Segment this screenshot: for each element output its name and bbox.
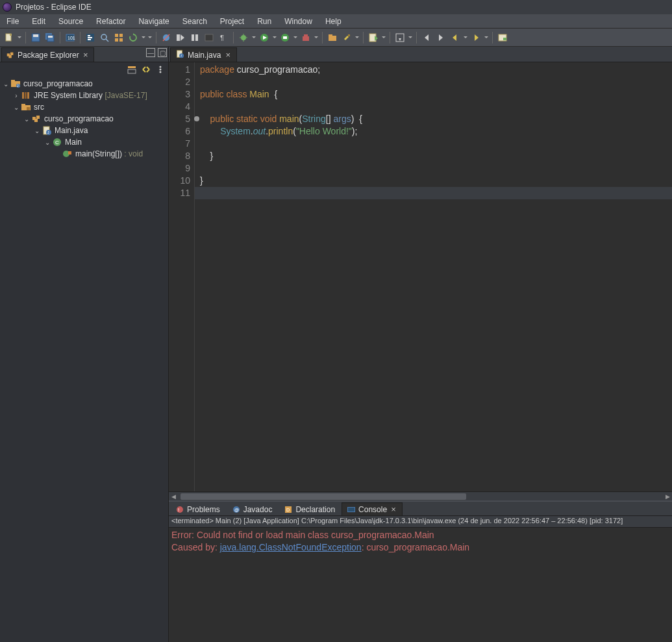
coverage-button[interactable] xyxy=(279,31,292,44)
class-icon: C xyxy=(52,137,62,147)
svg-rect-38 xyxy=(304,34,308,36)
menu-help[interactable]: Help xyxy=(319,16,348,27)
project-tree[interactable]: ⌄ J curso_programacao › JRE System Libra… xyxy=(0,77,168,642)
package-explorer-icon xyxy=(6,51,15,60)
tab-console[interactable]: Console xyxy=(342,502,403,515)
toggle-block-select-button[interactable] xyxy=(84,31,97,44)
menu-window[interactable]: Window xyxy=(278,16,319,27)
refresh-dropdown[interactable] xyxy=(141,34,146,40)
menu-edit[interactable]: Edit xyxy=(25,16,52,27)
search-dropdown[interactable] xyxy=(408,34,413,40)
link-editor-icon[interactable] xyxy=(141,64,151,75)
svg-line-14 xyxy=(106,39,108,42)
svg-rect-55 xyxy=(128,66,136,68)
stop-console-button[interactable] xyxy=(203,31,216,44)
pin-editor-button[interactable] xyxy=(496,31,509,44)
run-dropdown[interactable] xyxy=(272,34,277,40)
tree-jre[interactable]: › JRE System Library [JavaSE-17] xyxy=(0,90,168,101)
show-whitespace-button[interactable]: ¶ xyxy=(217,31,230,44)
aux-dropdown[interactable] xyxy=(147,34,153,40)
next-edit-button[interactable] xyxy=(434,31,447,44)
java-file-icon: J xyxy=(42,125,52,136)
menu-refactor[interactable]: Refactor xyxy=(90,16,132,27)
eclipse-logo-icon xyxy=(3,3,12,12)
refresh-button[interactable] xyxy=(127,31,140,44)
svg-rect-69 xyxy=(27,107,30,110)
svg-rect-18 xyxy=(119,38,123,42)
toggle-marks-button[interactable] xyxy=(112,31,125,44)
svg-text:¶: ¶ xyxy=(220,34,224,42)
skip-breakpoints-button[interactable] xyxy=(160,31,173,44)
search-button[interactable] xyxy=(393,31,406,44)
tab-problems[interactable]: ! Problems xyxy=(170,502,225,515)
line-gutter: 1234 5 67891011 xyxy=(169,62,195,491)
editor-tab-label: Main.java xyxy=(188,51,221,60)
save-all-button[interactable] xyxy=(44,31,56,44)
console-output[interactable]: Error: Could not find or load main class… xyxy=(169,528,672,642)
code-editor[interactable]: 1234 5 67891011 package curso_programaca… xyxy=(169,62,672,491)
external-tools-button[interactable] xyxy=(299,31,312,44)
zoom-button[interactable] xyxy=(98,31,111,44)
open-type-dropdown[interactable] xyxy=(381,34,386,40)
editor-scrollbar[interactable]: ◀ ▶ xyxy=(169,491,672,500)
scroll-thumb[interactable] xyxy=(180,493,466,500)
svg-rect-64 xyxy=(22,92,24,99)
back-button[interactable] xyxy=(449,31,462,44)
stacktrace-link[interactable]: java.lang.ClassNotFoundException xyxy=(220,542,362,552)
menu-search[interactable]: Search xyxy=(176,16,214,27)
new-package-button[interactable] xyxy=(326,31,339,44)
svg-rect-61 xyxy=(11,80,15,82)
clean-button[interactable] xyxy=(340,31,353,44)
svg-rect-71 xyxy=(36,116,40,119)
svg-rect-26 xyxy=(205,34,213,41)
scroll-right-icon[interactable]: ▶ xyxy=(663,492,672,501)
resume-button[interactable] xyxy=(174,31,187,44)
close-icon[interactable] xyxy=(224,51,232,59)
menu-navigate[interactable]: Navigate xyxy=(132,16,175,27)
close-icon[interactable] xyxy=(82,51,90,59)
tree-package[interactable]: ⌄ curso_programacao xyxy=(0,113,168,125)
tree-file[interactable]: ⌄ J Main.java xyxy=(0,125,168,136)
clean-dropdown[interactable] xyxy=(355,34,360,40)
svg-rect-41 xyxy=(348,34,350,36)
debug-button[interactable] xyxy=(237,31,250,44)
save-button[interactable] xyxy=(29,31,42,44)
svg-rect-40 xyxy=(329,34,332,36)
terminal-button[interactable]: 101 xyxy=(64,31,77,44)
tree-project[interactable]: ⌄ J curso_programacao xyxy=(0,78,168,90)
collapse-all-icon[interactable] xyxy=(127,64,137,75)
view-menu-icon[interactable] xyxy=(155,64,166,75)
menu-project[interactable]: Project xyxy=(214,16,251,27)
scroll-left-icon[interactable]: ◀ xyxy=(169,492,178,501)
debug-dropdown[interactable] xyxy=(251,34,256,40)
editor-tab-main[interactable]: J Main.java xyxy=(170,47,237,62)
tree-class[interactable]: ⌄ C Main xyxy=(0,136,168,148)
package-explorer-tab[interactable]: Package Explorer xyxy=(1,47,94,62)
run-button[interactable] xyxy=(258,31,271,44)
maximize-view-button[interactable]: ▢ xyxy=(158,48,167,57)
forward-button[interactable] xyxy=(469,31,482,44)
tab-javadoc[interactable]: @ Javadoc xyxy=(227,502,278,515)
suspend-button[interactable] xyxy=(188,31,201,44)
coverage-dropdown[interactable] xyxy=(293,34,298,40)
minimize-view-button[interactable]: — xyxy=(146,48,155,57)
new-dropdown[interactable] xyxy=(17,34,22,40)
forward-dropdown[interactable] xyxy=(484,34,489,40)
tree-method[interactable]: main(String[]) : void xyxy=(0,148,168,160)
tab-declaration[interactable]: D Declaration xyxy=(279,502,340,515)
close-icon[interactable] xyxy=(390,504,397,514)
back-dropdown[interactable] xyxy=(463,34,468,40)
project-icon: J xyxy=(10,79,21,89)
prev-edit-button[interactable] xyxy=(420,31,433,44)
menu-source[interactable]: Source xyxy=(52,16,90,27)
open-type-button[interactable] xyxy=(367,31,380,44)
external-tools-dropdown[interactable] xyxy=(314,34,319,40)
new-button[interactable] xyxy=(3,31,16,44)
svg-rect-17 xyxy=(115,38,118,42)
tree-src[interactable]: ⌄ src xyxy=(0,101,168,113)
menu-run[interactable]: Run xyxy=(251,16,278,27)
menu-bar[interactable]: File Edit Source Refactor Navigate Searc… xyxy=(0,14,672,29)
menu-file[interactable]: File xyxy=(0,16,25,27)
console-line: Error: Could not find or load main class… xyxy=(171,529,669,541)
svg-marker-23 xyxy=(180,34,184,41)
